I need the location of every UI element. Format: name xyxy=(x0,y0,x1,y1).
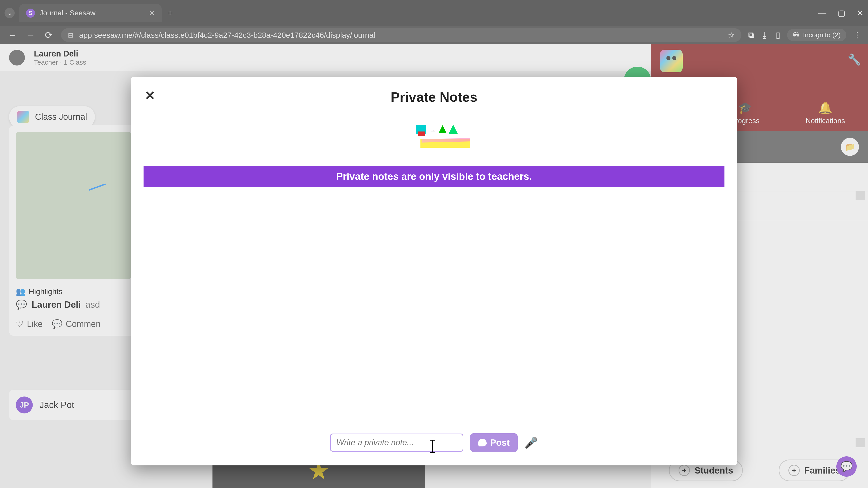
private-notes-modal: ✕ Private Notes → Private notes are only… xyxy=(131,77,737,465)
note-thumbnail: → xyxy=(391,119,477,159)
voice-note-button[interactable]: 🎤 xyxy=(524,436,538,449)
modal-title: Private Notes xyxy=(131,89,737,105)
text-cursor-icon xyxy=(432,441,433,452)
modal-footer: Post 🎤 xyxy=(131,422,737,465)
notes-body xyxy=(131,187,737,422)
private-note-input[interactable] xyxy=(330,433,463,452)
post-button[interactable]: Post xyxy=(470,433,518,452)
close-modal-button[interactable]: ✕ xyxy=(145,88,155,103)
visibility-banner: Private notes are only visible to teache… xyxy=(144,166,724,187)
speech-bubble-icon xyxy=(478,439,487,447)
